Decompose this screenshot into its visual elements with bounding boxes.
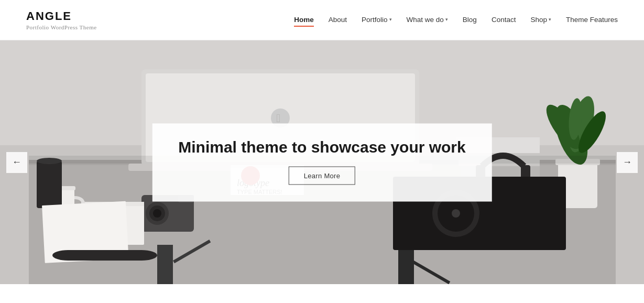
nav-item-shop[interactable]: Shop ▾ — [530, 16, 551, 25]
logo-subtitle: Portfolio WordPress Theme — [26, 24, 97, 30]
slider-prev-button[interactable]: ← — [6, 152, 27, 173]
nav-item-home[interactable]: Home — [294, 16, 314, 25]
svg-rect-6 — [398, 245, 414, 284]
svg-point-46 — [452, 209, 460, 218]
site-header: ANGLE Portfolio WordPress Theme Home Abo… — [0, 0, 644, 40]
hero-section:  logotype TYPE MATTERS! iPhone — [0, 40, 644, 284]
hero-cta-button[interactable]: Learn More — [289, 166, 355, 185]
svg-rect-28 — [37, 161, 62, 208]
svg-rect-4 — [157, 245, 173, 284]
nav-item-portfolio[interactable]: Portfolio ▾ — [362, 16, 392, 25]
nav-item-about[interactable]: About — [329, 16, 347, 25]
slider-next-button[interactable]: → — [617, 152, 638, 173]
arrow-left-icon: ← — [12, 157, 21, 168]
logo-title: ANGLE — [26, 9, 97, 23]
main-nav: Home About Portfolio ▾ What we do ▾ Blog… — [294, 16, 618, 25]
nav-item-contact[interactable]: Contact — [492, 16, 516, 25]
shop-chevron-icon: ▾ — [549, 17, 551, 22]
hero-heading: Minimal theme to showcase your work — [178, 138, 465, 156]
hero-overlay: Minimal theme to showcase your work Lear… — [152, 123, 492, 201]
svg-point-16 — [153, 209, 161, 218]
svg-rect-48 — [52, 250, 157, 261]
arrow-right-icon: → — [623, 157, 632, 168]
what-we-do-chevron-icon: ▾ — [445, 17, 448, 22]
nav-item-blog[interactable]: Blog — [463, 16, 477, 25]
nav-item-what-we-do[interactable]: What we do ▾ — [407, 16, 448, 25]
logo[interactable]: ANGLE Portfolio WordPress Theme — [26, 9, 97, 30]
nav-item-theme-features[interactable]: Theme Features — [566, 16, 618, 25]
portfolio-chevron-icon: ▾ — [389, 17, 392, 22]
